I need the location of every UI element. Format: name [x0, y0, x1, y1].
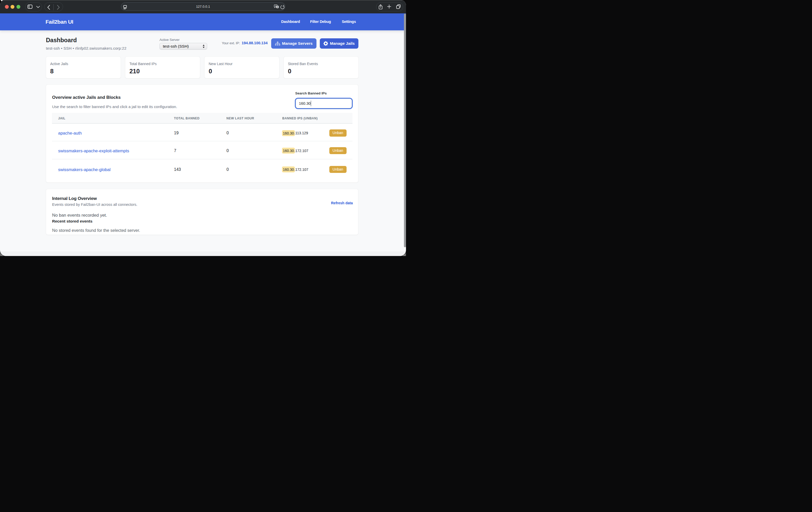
svg-text:文: 文 — [277, 6, 279, 8]
